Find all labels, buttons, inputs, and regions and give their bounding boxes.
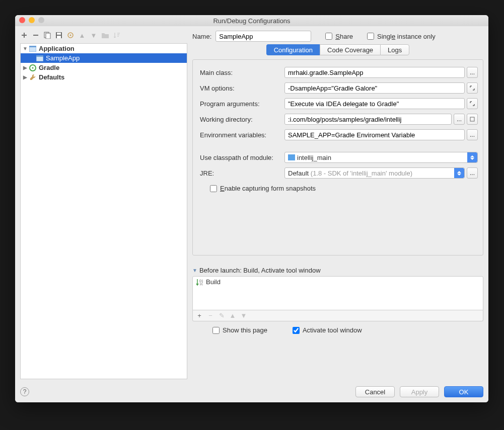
- disclosure-closed-icon[interactable]: ▶: [22, 65, 29, 70]
- share-checkbox[interactable]: [325, 33, 332, 40]
- svg-rect-2: [46, 33, 50, 39]
- dropdown-arrow-icon: [454, 168, 464, 178]
- window-title: Run/Debug Configurations: [19, 17, 484, 25]
- browse-button[interactable]: ...: [467, 129, 478, 140]
- svg-rect-9: [29, 46, 36, 47]
- ok-button[interactable]: OK: [444, 386, 483, 397]
- config-dialog: Run/Debug Configurations: [15, 15, 488, 402]
- move-down-icon: ▼: [240, 312, 247, 319]
- svg-rect-11: [36, 55, 43, 57]
- wrench-icon: [29, 73, 37, 81]
- add-icon[interactable]: +: [196, 312, 203, 319]
- disclosure-closed-icon[interactable]: ▶: [22, 74, 29, 80]
- edit-icon: ✎: [218, 312, 225, 319]
- tree-toolbar: ▲ ▼: [20, 30, 190, 42]
- classpath-value: intellij_main: [297, 154, 331, 161]
- jre-combo[interactable]: Default (1.8 - SDK of 'intellij_main' mo…: [284, 167, 465, 179]
- svg-text:10: 10: [199, 282, 203, 286]
- browse-button[interactable]: ...: [467, 67, 478, 78]
- tree-node-gradle[interactable]: ▶ Gradle: [21, 63, 187, 72]
- copy-icon[interactable]: [43, 31, 51, 39]
- list-item-label: Build: [206, 278, 221, 286]
- window-close-icon[interactable]: [19, 17, 25, 23]
- name-label: Name:: [192, 33, 211, 40]
- classpath-combo[interactable]: intellij_main: [284, 152, 478, 163]
- jre-value: Default: [288, 169, 309, 177]
- expand-button[interactable]: [467, 82, 478, 94]
- cancel-button[interactable]: Cancel: [355, 386, 395, 397]
- remove-icon[interactable]: [32, 31, 40, 39]
- expand-button[interactable]: [467, 98, 478, 109]
- wd-input[interactable]: [284, 114, 452, 125]
- gradle-icon: [29, 64, 37, 72]
- args-input[interactable]: [284, 98, 465, 109]
- settings-icon[interactable]: [66, 31, 75, 39]
- vm-options-label: VM options:: [200, 84, 284, 92]
- snapshots-label: Enable capturing form snapshots: [220, 185, 316, 192]
- move-down-icon: ▼: [90, 31, 98, 39]
- dropdown-arrow-icon: [467, 152, 477, 162]
- application-icon: [36, 54, 44, 62]
- single-instance-label: Single instance only: [377, 33, 436, 40]
- disclosure-open-icon: ▼: [192, 268, 197, 273]
- main-class-input[interactable]: [284, 67, 465, 78]
- config-tabs: Configuration Code Coverage Logs: [192, 44, 483, 55]
- tab-logs[interactable]: Logs: [380, 44, 409, 55]
- before-launch-toolbar: + − ✎ ▲ ▼: [192, 310, 483, 321]
- browse-button[interactable]: ...: [467, 167, 478, 179]
- disclosure-open-icon[interactable]: ▼: [22, 46, 29, 51]
- add-icon[interactable]: [20, 31, 28, 39]
- window-minimize-icon[interactable]: [29, 17, 35, 23]
- titlebar: Run/Debug Configurations: [15, 15, 488, 26]
- classpath-label: Use classpath of module:: [200, 154, 284, 161]
- show-page-label: Show this page: [223, 326, 267, 334]
- args-label: Program arguments:: [200, 100, 284, 108]
- env-input[interactable]: [284, 129, 465, 140]
- folder-icon: [101, 31, 109, 39]
- vm-options-input[interactable]: [284, 82, 465, 94]
- sort-icon: [113, 31, 121, 39]
- activate-window-label: Activate tool window: [303, 326, 362, 334]
- svg-rect-4: [57, 33, 61, 35]
- help-button[interactable]: ?: [20, 387, 29, 396]
- before-launch-header[interactable]: ▼ Before launch: Build, Activate tool wi…: [192, 267, 483, 274]
- move-up-icon: ▲: [78, 31, 86, 39]
- svg-point-7: [70, 35, 71, 36]
- tree-label: Defaults: [39, 73, 64, 81]
- single-instance-checkbox[interactable]: [367, 33, 374, 40]
- share-label: SSharehare: [335, 33, 353, 40]
- application-icon: [29, 45, 37, 53]
- jre-hint: (1.8 - SDK of 'intellij_main' module): [311, 169, 412, 177]
- svg-rect-0: [33, 35, 38, 36]
- tree-node-application[interactable]: ▼ Application: [21, 44, 187, 53]
- show-page-checkbox[interactable]: [212, 327, 220, 334]
- svg-point-13: [32, 67, 34, 68]
- snapshots-checkbox[interactable]: [210, 185, 217, 192]
- save-icon[interactable]: [55, 31, 63, 39]
- tree-label: Gradle: [39, 64, 59, 71]
- name-input[interactable]: [215, 31, 311, 42]
- macro-button[interactable]: [467, 114, 478, 125]
- before-launch-label: Before launch: Build, Activate tool wind…: [199, 267, 321, 274]
- wd-label: Working directory:: [200, 116, 284, 123]
- remove-icon: −: [207, 312, 214, 319]
- tree-node-defaults[interactable]: ▶ Defaults: [21, 72, 187, 82]
- svg-rect-14: [470, 117, 474, 121]
- tab-configuration[interactable]: Configuration: [266, 44, 320, 55]
- module-icon: [288, 154, 295, 160]
- tree-label: Application: [39, 45, 75, 52]
- main-class-label: Main class:: [200, 69, 284, 76]
- apply-button: Apply: [400, 386, 439, 397]
- list-item[interactable]: 0110 Build: [193, 277, 483, 287]
- configuration-panel: Main class: ... VM options: P: [192, 59, 483, 255]
- config-tree[interactable]: ▼ Application SampleApp ▶: [20, 43, 187, 379]
- tree-label: SampleApp: [46, 54, 80, 62]
- tab-coverage[interactable]: Code Coverage: [320, 44, 380, 55]
- activate-window-checkbox[interactable]: [293, 327, 300, 334]
- tree-node-sampleapp[interactable]: SampleApp: [21, 53, 187, 63]
- before-launch-list[interactable]: 0110 Build: [192, 276, 483, 310]
- build-icon: 0110: [196, 279, 203, 286]
- browse-button[interactable]: ...: [454, 114, 465, 125]
- env-label: Environment variables:: [200, 131, 284, 139]
- move-up-icon: ▲: [229, 312, 236, 319]
